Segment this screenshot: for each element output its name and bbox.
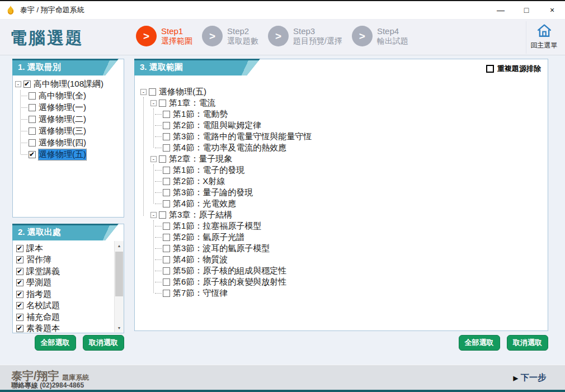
checkbox[interactable]	[163, 111, 170, 118]
section-label[interactable]: 第1節：電子的發現	[173, 165, 244, 176]
checkbox[interactable]	[163, 144, 170, 152]
section-label[interactable]: 第1節：電動勢	[173, 109, 228, 120]
chapter-node: -第2章：量子現象	[150, 153, 547, 164]
checkbox[interactable]	[159, 211, 166, 219]
collapse-toggle-icon[interactable]: -	[150, 156, 157, 162]
chapter-label[interactable]: 第3章：原子結構	[169, 210, 232, 220]
tree-node-label[interactable]: 高中物理(全)	[39, 91, 86, 101]
checkbox[interactable]	[149, 88, 156, 96]
deselect-sources-button[interactable]: 取消選取	[83, 335, 124, 351]
source-item: 名校試題	[16, 300, 124, 312]
checkbox[interactable]	[159, 155, 166, 163]
source-label[interactable]: 課本	[26, 243, 43, 254]
scroll-up-icon[interactable]: ▲	[115, 241, 124, 250]
section-label[interactable]: 第3節：電路中的電量守恆與能量守恆	[173, 131, 312, 142]
scroll-down-icon[interactable]: ▼	[115, 323, 124, 332]
checkbox[interactable]	[16, 302, 23, 309]
section-node: 第3節：量子論的發現	[162, 187, 547, 198]
source-label[interactable]: 名校試題	[26, 300, 60, 311]
section-label[interactable]: 第2節：X射線	[173, 176, 225, 187]
tree-node-label[interactable]: 選修物理(五)	[39, 149, 86, 160]
checkbox[interactable]	[163, 189, 170, 196]
checkbox[interactable]	[163, 122, 170, 129]
select-all-range-button[interactable]: 全部選取	[459, 335, 500, 351]
section-label[interactable]: 第7節：守恆律	[173, 288, 228, 299]
dedup-checkbox[interactable]	[486, 65, 494, 73]
step-label: 題目預覽/選擇	[293, 36, 342, 46]
checkbox[interactable]	[163, 133, 170, 140]
footer: 泰宇/翔宇 題庫系統 聯絡專線 (02)2984-4865 ▶下一步	[0, 365, 565, 390]
source-label[interactable]: 習作簿	[26, 254, 51, 265]
section-label[interactable]: 第3節：量子論的發現	[173, 187, 253, 198]
tree-node-label[interactable]: 選修物理(三)	[39, 126, 86, 136]
chapter-label[interactable]: 第2章：量子現象	[169, 154, 232, 164]
panel-select-volume: 1. 選取冊別 -高中物理(108課綱)高中物理(全)選修物理(一)選修物理(二…	[12, 59, 124, 218]
section-label[interactable]: 第4節：電功率及電流的熱效應	[173, 143, 286, 153]
checkbox[interactable]	[23, 81, 31, 88]
checkbox[interactable]	[16, 314, 23, 321]
scrollbar[interactable]: ▲ ▼	[114, 241, 124, 332]
section-label[interactable]: 第4節：光電效應	[173, 199, 236, 209]
source-label[interactable]: 指考題	[26, 289, 51, 300]
panel-select-source-title: 2. 選取出處	[12, 224, 119, 240]
home-menu-button[interactable]: 回主選單	[526, 21, 562, 54]
tree-node-label[interactable]: 選修物理(五)	[159, 87, 206, 97]
checkbox[interactable]	[163, 200, 170, 207]
close-button[interactable]: ×	[539, 1, 565, 19]
collapse-toggle-icon[interactable]: -	[140, 89, 147, 95]
checkbox[interactable]	[163, 234, 170, 241]
checkbox[interactable]	[16, 256, 23, 263]
chapter-label[interactable]: 第1章：電流	[169, 98, 215, 108]
collapse-toggle-icon[interactable]: -	[150, 212, 157, 218]
section-label[interactable]: 第1節：拉塞福原子模型	[173, 221, 261, 232]
checkbox[interactable]	[16, 279, 23, 286]
collapse-toggle-icon[interactable]: -	[150, 100, 157, 106]
source-label[interactable]: 學測題	[26, 277, 51, 288]
select-all-sources-button[interactable]: 全部選取	[35, 335, 76, 351]
section-label[interactable]: 第3節：波耳的氫原子模型	[173, 243, 270, 254]
section-label[interactable]: 第2節：氫原子光譜	[173, 232, 244, 243]
source-label[interactable]: 素養題本	[26, 323, 60, 333]
checkbox[interactable]	[163, 245, 170, 252]
checkbox[interactable]	[163, 223, 170, 230]
step-4: > Step4 輸出試題	[352, 26, 408, 46]
section-label[interactable]: 第6節：原子核的衰變與放射性	[173, 277, 286, 287]
volume-tree: -高中物理(108課綱)高中物理(全)選修物理(一)選修物理(二)選修物理(三)…	[13, 77, 124, 216]
tree-node-label[interactable]: 高中物理(108課綱)	[34, 79, 103, 89]
checkbox[interactable]	[29, 151, 36, 158]
checkbox[interactable]	[29, 116, 36, 123]
checkbox[interactable]	[163, 167, 170, 174]
minimize-button[interactable]: —	[488, 1, 514, 19]
deselect-range-button[interactable]: 取消選取	[507, 335, 548, 351]
tree-node-label[interactable]: 選修物理(二)	[39, 114, 86, 125]
checkbox[interactable]	[16, 291, 23, 298]
collapse-toggle-icon[interactable]: -	[15, 81, 21, 87]
section-label[interactable]: 第5節：原子核的組成與穩定性	[173, 266, 286, 276]
section-node: 第3節：波耳的氫原子模型	[162, 243, 547, 254]
section-label[interactable]: 第2節：電阻與歐姆定律	[173, 120, 261, 131]
next-step-button[interactable]: ▶下一步	[514, 372, 546, 383]
checkbox[interactable]	[163, 290, 170, 297]
maximize-button[interactable]: □	[514, 1, 539, 19]
brand-main: 泰宇/翔宇	[11, 370, 59, 382]
checkbox[interactable]	[163, 178, 170, 185]
source-label[interactable]: 課堂講義	[26, 266, 60, 277]
checkbox[interactable]	[163, 267, 170, 275]
tree-node-label[interactable]: 選修物理(四)	[39, 138, 86, 148]
checkbox[interactable]	[16, 245, 23, 252]
checkbox[interactable]	[16, 325, 23, 332]
source-label[interactable]: 補充命題	[26, 312, 60, 323]
checkbox[interactable]	[159, 100, 166, 107]
checkbox[interactable]	[29, 92, 36, 100]
checkbox[interactable]	[163, 278, 170, 286]
tree-node-label[interactable]: 選修物理(一)	[39, 102, 86, 113]
checkbox[interactable]	[163, 256, 170, 263]
checkbox[interactable]	[29, 127, 36, 135]
step-arrow-icon: >	[136, 26, 157, 46]
scrollbar-thumb[interactable]	[115, 252, 123, 296]
checkbox[interactable]	[29, 139, 36, 147]
page-title: 電腦選題	[10, 27, 84, 50]
checkbox[interactable]	[16, 268, 23, 275]
section-label[interactable]: 第4節：物質波	[173, 254, 228, 265]
checkbox[interactable]	[29, 104, 36, 111]
